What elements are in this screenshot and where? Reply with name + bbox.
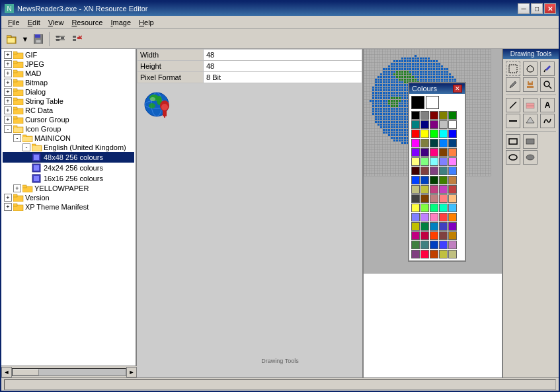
color-cell[interactable] xyxy=(411,130,420,138)
color-cell[interactable] xyxy=(448,139,457,147)
open-button[interactable] xyxy=(4,31,20,47)
tree-item-icongroup[interactable]: - Icon Group xyxy=(3,124,134,134)
icon-thumbnail[interactable] xyxy=(142,89,174,120)
color-cell[interactable] xyxy=(411,250,420,258)
color-cell[interactable] xyxy=(439,185,448,194)
tool-rect-filled[interactable] xyxy=(523,134,538,149)
color-cell[interactable] xyxy=(448,241,457,249)
expand-version[interactable]: + xyxy=(4,194,12,202)
color-cell[interactable] xyxy=(430,148,438,157)
tree-item-version[interactable]: + Version xyxy=(3,193,134,202)
scroll-left-btn[interactable]: ◄ xyxy=(1,367,12,377)
tree-item-rcdata[interactable]: + RC Data xyxy=(3,106,134,115)
tree-item-gif[interactable]: + GIF xyxy=(3,50,134,59)
color-cell[interactable] xyxy=(448,130,457,138)
tool-ellipse-filled[interactable] xyxy=(523,150,538,165)
save-button[interactable] xyxy=(30,31,46,47)
minimize-button[interactable]: ─ xyxy=(518,3,530,14)
menu-help[interactable]: Help xyxy=(135,17,158,28)
menu-view[interactable]: View xyxy=(44,17,68,28)
color-cell[interactable] xyxy=(430,139,438,147)
color-cell[interactable] xyxy=(439,157,448,166)
color-cell[interactable] xyxy=(439,176,448,184)
color-cell[interactable] xyxy=(439,250,448,258)
color-cell[interactable] xyxy=(420,213,429,221)
color-cell[interactable] xyxy=(439,204,448,212)
color-cell[interactable] xyxy=(439,231,448,240)
tree-item-16x16[interactable]: 16x16 256 colours xyxy=(3,173,134,184)
color-cell[interactable] xyxy=(420,185,429,194)
tool-lasso-select[interactable] xyxy=(523,61,538,76)
expand-jpeg[interactable]: + xyxy=(4,60,12,68)
color-cell[interactable] xyxy=(420,194,429,203)
color-cell[interactable] xyxy=(448,148,457,157)
menu-image[interactable]: Image xyxy=(106,17,135,28)
color-cell[interactable] xyxy=(420,120,429,129)
color-cell[interactable] xyxy=(430,222,438,231)
color-cell[interactable] xyxy=(411,157,420,166)
tree-item-cursorgroup[interactable]: + Cursor Group xyxy=(3,115,134,124)
menu-edit[interactable]: Edit xyxy=(24,17,44,28)
tree-item-xptheme[interactable]: + XP Theme Manifest xyxy=(3,202,134,212)
color-cell[interactable] xyxy=(411,139,420,147)
color-cell[interactable] xyxy=(448,231,457,240)
color-cell[interactable] xyxy=(430,250,438,258)
color-cell[interactable] xyxy=(420,157,429,166)
expand-gif[interactable]: + xyxy=(4,51,12,59)
color-cell[interactable] xyxy=(420,222,429,231)
color-cell[interactable] xyxy=(448,213,457,221)
color-cell[interactable] xyxy=(439,130,448,138)
tree-item-english-uk[interactable]: - English (United Kingdom) xyxy=(3,143,134,152)
color-cell[interactable] xyxy=(439,213,448,221)
tree-item-stringtable[interactable]: + String Table xyxy=(3,97,134,106)
color-cell[interactable] xyxy=(411,111,420,120)
expand-mad[interactable]: + xyxy=(4,69,12,77)
color-cell[interactable] xyxy=(420,231,429,240)
color-cell[interactable] xyxy=(411,176,420,184)
color-cell[interactable] xyxy=(420,167,429,175)
color-cell[interactable] xyxy=(439,139,448,147)
expand-cursorgroup[interactable]: + xyxy=(4,116,12,124)
tool-eraser[interactable] xyxy=(523,98,538,112)
color-cell[interactable] xyxy=(420,130,429,138)
color-cell[interactable] xyxy=(411,148,420,157)
delete-button[interactable] xyxy=(69,31,85,47)
color-cell[interactable] xyxy=(448,176,457,184)
tree-item-dialog[interactable]: + Dialog xyxy=(3,87,134,97)
tree-item-bitmap[interactable]: + Bitmap xyxy=(3,78,134,87)
tool-rect-outline[interactable] xyxy=(506,134,520,149)
expand-bitmap[interactable]: + xyxy=(4,79,12,87)
expand-dialog[interactable]: + xyxy=(4,88,12,96)
color-cell[interactable] xyxy=(411,213,420,221)
color-cell[interactable] xyxy=(411,185,420,194)
horizontal-scrollbar[interactable]: ◄ ► xyxy=(1,366,137,377)
tree-item-mad[interactable]: + MAD xyxy=(3,69,134,78)
tool-ellipse-outline[interactable] xyxy=(506,150,520,165)
color-cell[interactable] xyxy=(448,167,457,175)
color-cell[interactable] xyxy=(430,185,438,194)
menu-resource[interactable]: Resource xyxy=(67,17,106,28)
color-cell[interactable] xyxy=(430,204,438,212)
color-cell[interactable] xyxy=(420,111,429,120)
color-cell[interactable] xyxy=(430,176,438,184)
maximize-button[interactable]: □ xyxy=(531,3,543,14)
tree-item-mainicon[interactable]: - MAINICON xyxy=(3,134,134,143)
tree-item-24x24[interactable]: 24x24 256 colours xyxy=(3,163,134,173)
color-cell[interactable] xyxy=(430,213,438,221)
color-cell[interactable] xyxy=(411,241,420,249)
tool-pencil[interactable] xyxy=(506,77,520,92)
color-cell[interactable] xyxy=(430,120,438,129)
expand-icongroup[interactable]: - xyxy=(4,125,12,133)
color-cell[interactable] xyxy=(439,194,448,203)
color-cell[interactable] xyxy=(420,241,429,249)
color-cell[interactable] xyxy=(430,111,438,120)
tool-text[interactable]: A xyxy=(540,98,555,112)
color-cell[interactable] xyxy=(420,204,429,212)
expand-english-uk[interactable]: - xyxy=(22,143,30,151)
color-cell[interactable] xyxy=(430,231,438,240)
color-cell[interactable] xyxy=(439,222,448,231)
expand-stringtable[interactable]: + xyxy=(4,97,12,105)
color-cell[interactable] xyxy=(411,120,420,129)
settings-button[interactable] xyxy=(52,31,68,47)
color-cell[interactable] xyxy=(420,139,429,147)
